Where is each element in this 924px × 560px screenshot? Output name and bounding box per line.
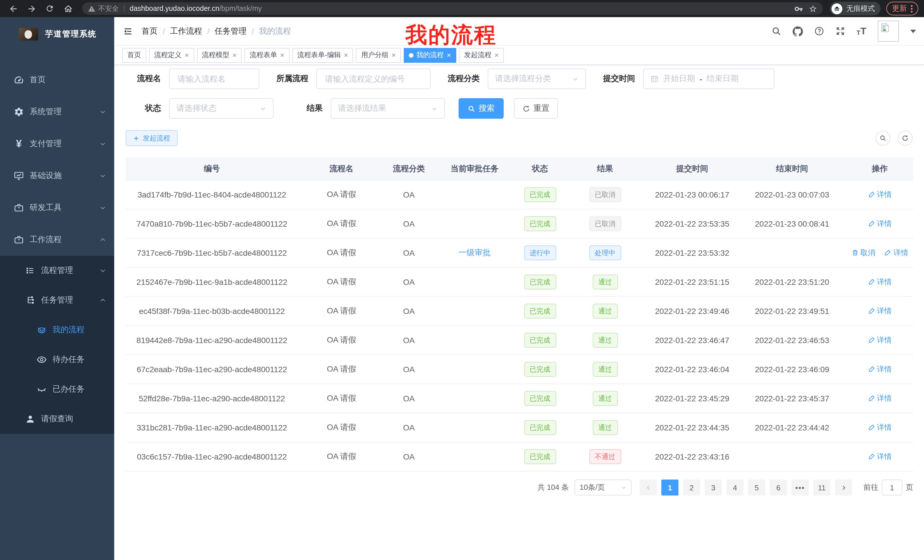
- close-icon[interactable]: ×: [447, 51, 451, 59]
- detail-action[interactable]: 详情: [868, 277, 892, 287]
- sidebar-item-system[interactable]: 系统管理: [0, 96, 114, 128]
- current-task-link[interactable]: 一级审批: [459, 248, 490, 257]
- detail-action[interactable]: 详情: [868, 190, 892, 200]
- cell-id: 67c2eaab-7b9a-11ec-a290-acde48001122: [126, 365, 298, 374]
- cell-category: OA: [385, 394, 433, 403]
- cancel-action[interactable]: 取消: [851, 248, 875, 258]
- header-github-button[interactable]: [793, 26, 803, 36]
- detail-action[interactable]: 详情: [868, 452, 892, 462]
- page-button[interactable]: 2: [683, 479, 700, 496]
- view-tab[interactable]: 流程模型 ×: [197, 48, 242, 63]
- close-icon[interactable]: ×: [280, 51, 284, 59]
- detail-action[interactable]: 详情: [868, 422, 892, 433]
- cell-process-name: OA 请假: [298, 248, 385, 258]
- avatar-caret-icon[interactable]: [910, 29, 916, 33]
- process-category-select[interactable]: 请选择流程分类: [488, 69, 586, 89]
- sidebar-item-workflow[interactable]: 工作流程: [0, 224, 114, 256]
- browser-update-menu-button[interactable]: 更新: [886, 2, 918, 15]
- view-tab[interactable]: 流程表单-编辑 ×: [292, 48, 353, 63]
- cell-submit-time: 2022-01-22 23:45:29: [646, 394, 738, 403]
- breadcrumb-workflow[interactable]: 工作流程: [170, 26, 202, 36]
- cell-submit-time: 2022-01-22 23:43:16: [646, 452, 738, 461]
- create-process-button[interactable]: 发起流程: [126, 130, 178, 146]
- page-button[interactable]: 3: [705, 479, 722, 496]
- cell-end-time: 2022-01-22 23:45:37: [738, 394, 846, 403]
- sidebar-item-payment[interactable]: ¥ 支付管理: [0, 128, 114, 160]
- page-button[interactable]: 1: [661, 479, 678, 496]
- sidebar-item-task-management[interactable]: 任务管理: [0, 285, 114, 315]
- sidebar-item-infrastructure[interactable]: 基础设施: [0, 160, 114, 192]
- sidebar-item-devtools[interactable]: 研发工具: [0, 192, 114, 224]
- sidebar-item-my-process[interactable]: 我的流程: [0, 315, 114, 345]
- goto-page-input[interactable]: [882, 479, 902, 496]
- sidebar-item-leave-query[interactable]: 请假查询: [0, 404, 114, 434]
- sidebar-item-home[interactable]: 首页: [0, 64, 114, 96]
- header-fullscreen-button[interactable]: [836, 26, 845, 36]
- detail-action[interactable]: 详情: [868, 393, 892, 404]
- status-select[interactable]: 请选择状态: [169, 98, 273, 119]
- browser-home-button[interactable]: [60, 1, 75, 16]
- password-key-button[interactable]: [794, 4, 803, 13]
- browser-back-button[interactable]: [6, 1, 21, 16]
- app-logo[interactable]: 芋道管理系统: [0, 17, 114, 51]
- close-icon[interactable]: ×: [392, 51, 396, 59]
- close-icon[interactable]: ×: [232, 51, 236, 59]
- pencil-icon: [868, 278, 875, 286]
- process-name-input[interactable]: [169, 69, 259, 89]
- detail-action[interactable]: 详情: [868, 364, 892, 374]
- font-size-button[interactable]: TT: [856, 26, 866, 36]
- browser-forward-button[interactable]: [24, 1, 39, 16]
- view-tab[interactable]: 流程定义 ×: [149, 48, 194, 63]
- detail-action[interactable]: 详情: [884, 248, 908, 258]
- site-security[interactable]: 不安全: [88, 4, 119, 13]
- result-badge: 处理中: [589, 246, 621, 260]
- sidebar-item-todo-tasks[interactable]: 待办任务: [0, 345, 114, 374]
- refresh-table-button[interactable]: [898, 131, 913, 145]
- sidebar-item-done-tasks[interactable]: 已办任务: [0, 374, 114, 404]
- prev-page-button[interactable]: [640, 479, 657, 496]
- breadcrumb-task-management[interactable]: 任务管理: [215, 26, 247, 36]
- close-icon[interactable]: ×: [494, 51, 498, 59]
- close-icon[interactable]: ×: [184, 51, 189, 59]
- view-tab[interactable]: 我的流程 ×: [404, 48, 456, 63]
- page-button[interactable]: 4: [726, 479, 744, 496]
- view-tab[interactable]: 首页: [122, 48, 146, 63]
- breadcrumb-home[interactable]: 首页: [142, 26, 158, 36]
- browser-reload-button[interactable]: [42, 1, 57, 16]
- search-button[interactable]: 搜索: [459, 98, 504, 119]
- next-page-button[interactable]: [835, 479, 852, 496]
- detail-action[interactable]: 详情: [868, 335, 892, 345]
- header-help-button[interactable]: [814, 26, 824, 36]
- column-header: 流程分类: [385, 163, 433, 174]
- table-row: 03c6c157-7b9a-11ec-a290-acde48001122 OA …: [126, 442, 913, 472]
- result-select[interactable]: 请选择流结果: [331, 98, 445, 119]
- avatar[interactable]: [878, 21, 899, 42]
- view-tab[interactable]: 发起流程 ×: [459, 48, 504, 63]
- view-tab[interactable]: 流程表单 ×: [244, 48, 289, 63]
- logo-image: [19, 28, 38, 40]
- result-badge: 已取消: [589, 216, 621, 231]
- pencil-icon: [868, 395, 875, 402]
- page-button[interactable]: •••: [792, 479, 808, 496]
- page-size-select[interactable]: 10条/页: [574, 479, 632, 496]
- process-definition-input[interactable]: [316, 69, 430, 89]
- sidebar-item-process-management[interactable]: 流程管理: [0, 256, 114, 285]
- toggle-search-button[interactable]: [876, 131, 890, 145]
- page-button[interactable]: 5: [748, 479, 765, 496]
- header-search-button[interactable]: [771, 26, 781, 36]
- submit-time-range-picker[interactable]: 开始日期 - 结束日期: [643, 69, 774, 89]
- sidebar-collapse-button[interactable]: [119, 22, 137, 40]
- parent-process-label: 所属流程: [276, 73, 308, 84]
- chevron-down-icon: [431, 105, 438, 112]
- list-icon: [25, 265, 35, 276]
- bookmark-star-button[interactable]: [808, 4, 817, 13]
- reset-button[interactable]: 重置: [514, 98, 558, 119]
- process-category-label: 流程分类: [448, 73, 480, 84]
- page-button[interactable]: 6: [770, 479, 787, 496]
- view-tab[interactable]: 用户分组 ×: [356, 48, 401, 63]
- close-icon[interactable]: ×: [344, 51, 348, 59]
- detail-action[interactable]: 详情: [868, 306, 892, 316]
- page-button[interactable]: 11: [813, 479, 830, 496]
- address-bar[interactable]: 不安全 dashboard.yudao.iocoder.cn/bpm/task/…: [82, 2, 823, 15]
- detail-action[interactable]: 详情: [868, 219, 892, 229]
